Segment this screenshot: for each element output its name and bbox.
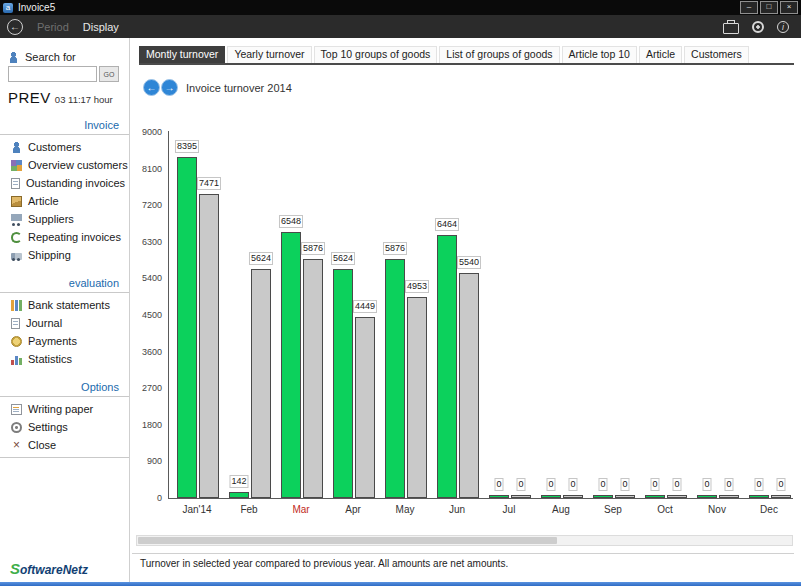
prev-button[interactable]: PREV — [8, 89, 51, 106]
toolbar-right-icons — [723, 20, 789, 34]
print-icon[interactable] — [723, 23, 739, 34]
bar-value-label: 0 — [546, 478, 555, 491]
payments-icon — [11, 336, 22, 347]
search-input-row: GO — [8, 66, 119, 82]
bar-value-label: 5540 — [457, 256, 481, 269]
logo-rest: oftwareNetz — [20, 563, 88, 577]
app-window: a Invoice5 – □ × ← Period Display Search… — [0, 0, 801, 586]
back-button[interactable]: ← — [7, 19, 23, 35]
sidebar-item-label: Settings — [28, 421, 68, 433]
bar-current-year — [593, 495, 613, 498]
sidebar-item-article[interactable]: Article — [0, 192, 129, 210]
footer-note: Turnover in selected year compared to pr… — [140, 558, 508, 569]
bar-previous-year — [303, 259, 323, 498]
tab-article-top-10[interactable]: Article top 10 — [562, 46, 637, 63]
sidebar-item-bank-statements[interactable]: Bank statements — [0, 296, 129, 314]
tab-bar: Montly turnoverYearly turnoverTop 10 gro… — [139, 46, 794, 65]
sidebar-item-label: Shipping — [28, 249, 71, 261]
sidebar-item-oustanding-invoices[interactable]: Oustanding invoices — [0, 174, 129, 192]
bar-value-label: 0 — [754, 478, 763, 491]
section-title-options: Options — [0, 381, 129, 393]
x-axis-label: Dec — [760, 504, 778, 515]
close-icon — [11, 440, 22, 451]
x-axis-label: Aug — [552, 504, 570, 515]
prev-year-arrow-button[interactable]: ← — [143, 79, 160, 96]
sidebar-item-journal[interactable]: Journal — [0, 314, 129, 332]
sidebar-item-writing-paper[interactable]: Writing paper — [0, 400, 129, 418]
shipping-icon — [11, 253, 22, 260]
search-input[interactable] — [8, 66, 97, 82]
sidebar-item-repeating-invoices[interactable]: Repeating invoices — [0, 228, 129, 246]
x-axis-label: Apr — [345, 504, 361, 515]
bar-current-year — [697, 495, 717, 498]
minimize-button[interactable]: – — [740, 1, 758, 14]
bar-previous-year — [771, 495, 791, 498]
bar-value-label: 0 — [516, 478, 525, 491]
sidebar-item-overview-customers[interactable]: Overview customers — [0, 156, 129, 174]
bar-value-label: 0 — [724, 478, 733, 491]
sidebar-item-suppliers[interactable]: Suppliers — [0, 210, 129, 228]
sidebar-item-payments[interactable]: Payments — [0, 332, 129, 350]
x-axis-label: Feb — [240, 504, 257, 515]
bar-value-label: 5624 — [331, 252, 355, 265]
bar-current-year — [229, 492, 249, 498]
close-window-button[interactable]: × — [780, 1, 798, 14]
sidebar-item-close[interactable]: Close — [0, 436, 129, 454]
y-axis-label: 2700 — [142, 383, 162, 393]
bar-previous-year — [355, 317, 375, 498]
bar-value-label: 0 — [776, 478, 785, 491]
sidebar-item-label: Journal — [26, 317, 62, 329]
bar-current-year — [281, 232, 301, 498]
bar-previous-year — [667, 495, 687, 498]
y-axis-label: 6300 — [142, 237, 162, 247]
chart-plot: 8395747114256246548587656244449587649536… — [168, 131, 793, 499]
scrollbar-thumb[interactable] — [138, 537, 557, 544]
bar-previous-year — [719, 495, 739, 498]
bar-value-label: 0 — [494, 478, 503, 491]
bar-value-label: 0 — [598, 478, 607, 491]
bar-value-label: 8395 — [175, 140, 199, 153]
gear-icon[interactable] — [752, 21, 764, 33]
section-title-invoice: Invoice — [0, 119, 129, 131]
x-axis-label: Jan'14 — [182, 504, 211, 515]
y-axis-label: 8100 — [142, 164, 162, 174]
overview-customers-icon — [11, 160, 22, 171]
info-icon[interactable] — [777, 21, 789, 33]
x-axis-label: Jul — [503, 504, 516, 515]
y-axis-label: 1800 — [142, 420, 162, 430]
x-axis-label: Mar — [292, 504, 309, 515]
tab-yearly-turnover[interactable]: Yearly turnover — [227, 46, 311, 63]
sidebar-item-label: Article — [28, 195, 59, 207]
sidebar-item-label: Repeating invoices — [28, 231, 121, 243]
bar-value-label: 4449 — [353, 300, 377, 313]
sidebar-item-statistics[interactable]: Statistics — [0, 350, 129, 368]
x-axis-label: May — [396, 504, 415, 515]
next-year-arrow-button[interactable]: → — [161, 79, 178, 96]
y-axis-label: 0 — [157, 493, 162, 503]
y-axis-label: 9000 — [142, 127, 162, 137]
period-button[interactable]: Period — [37, 21, 69, 33]
footer-divider — [132, 553, 794, 554]
sidebar-item-settings[interactable]: Settings — [0, 418, 129, 436]
y-axis-label: 4500 — [142, 310, 162, 320]
tab-article[interactable]: Article — [639, 46, 682, 63]
bar-value-label: 0 — [702, 478, 711, 491]
tab-montly-turnover[interactable]: Montly turnover — [139, 46, 225, 63]
maximize-button[interactable]: □ — [760, 1, 778, 14]
bar-value-label: 0 — [672, 478, 681, 491]
tab-list-of-groups-of-goods[interactable]: List of groups of goods — [439, 46, 559, 63]
tab-customers[interactable]: Customers — [684, 46, 749, 63]
logo-s: S — [10, 560, 20, 577]
statistics-icon — [11, 354, 22, 365]
bar-value-label: 5876 — [301, 242, 325, 255]
display-button[interactable]: Display — [83, 21, 119, 33]
section-divider — [0, 134, 129, 135]
sidebar-item-shipping[interactable]: Shipping — [0, 246, 129, 264]
title-bar: a Invoice5 – □ × — [0, 0, 801, 15]
go-button[interactable]: GO — [99, 66, 119, 82]
horizontal-scrollbar[interactable] — [136, 535, 793, 546]
tab-top-10-groups-of-goods[interactable]: Top 10 groups of goods — [314, 46, 438, 63]
bar-value-label: 0 — [650, 478, 659, 491]
sidebar-item-customers[interactable]: Customers — [0, 138, 129, 156]
softwarenetz-logo: SoftwareNetz — [10, 560, 88, 577]
